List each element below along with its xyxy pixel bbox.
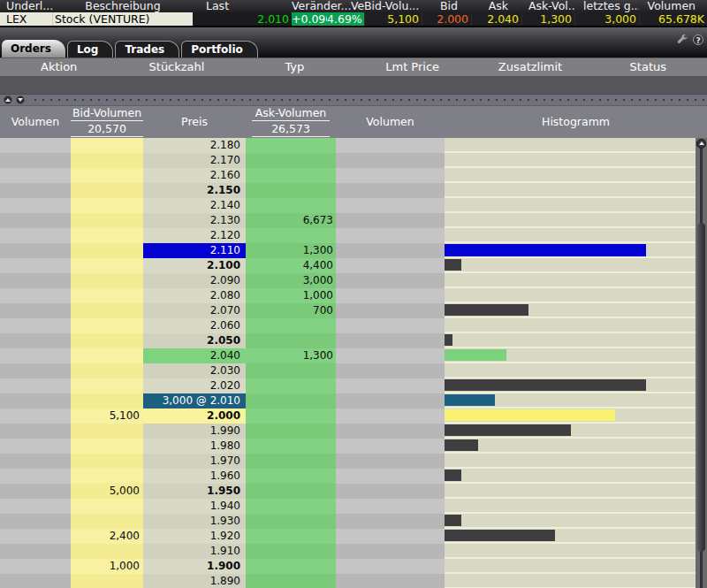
ladder-row[interactable]: 5,1002.000	[0, 409, 696, 424]
ask-volume-cell[interactable]: 3,000	[246, 273, 336, 288]
ask-volume-cell[interactable]	[246, 574, 336, 588]
ask-volume-cell[interactable]	[246, 138, 336, 153]
ask-volume-cell[interactable]: 700	[246, 303, 336, 318]
bid-volume-cell[interactable]	[71, 198, 143, 213]
ladder-row[interactable]: 2.0401,300	[0, 348, 696, 363]
price-cell[interactable]: 2.030	[143, 363, 246, 378]
price-cell[interactable]: 1.940	[143, 499, 246, 514]
bid-volume-cell[interactable]	[71, 514, 143, 529]
tab-trades[interactable]: Trades	[115, 41, 179, 57]
price-cell[interactable]: 2.080	[143, 288, 246, 303]
bid-volume-cell[interactable]	[71, 424, 143, 439]
ladder-row[interactable]: 1.930	[0, 514, 696, 529]
bid-volume-cell[interactable]	[71, 469, 143, 484]
bid-volume-cell[interactable]	[71, 228, 143, 243]
bid-volume-cell[interactable]	[71, 378, 143, 393]
ladder-row[interactable]: 1.980	[0, 439, 696, 454]
price-cell[interactable]: 2.170	[143, 153, 246, 168]
bid-volume-cell[interactable]	[71, 318, 143, 333]
bid-volume-cell[interactable]	[71, 363, 143, 378]
ladder-row[interactable]: 2.070700	[0, 303, 696, 318]
price-cell[interactable]: 1.920	[143, 529, 246, 544]
ladder-row[interactable]: 2.1004,400	[0, 258, 696, 273]
bid-volume-cell[interactable]	[71, 303, 143, 318]
ask-volume-column-header[interactable]: Ask-Volumen 26,573	[252, 106, 330, 138]
bid-volume-cell[interactable]	[71, 153, 143, 168]
ask-volume-cell[interactable]	[246, 484, 336, 499]
ladder-row[interactable]: 2.020	[0, 378, 696, 393]
vertical-scrollbar[interactable]	[696, 138, 707, 588]
ladder-row[interactable]: 1.990	[0, 424, 696, 439]
bid-volume-column-header[interactable]: Bid-Volumen 20,570	[71, 106, 143, 138]
ask-volume-cell[interactable]	[246, 228, 336, 243]
bid-volume-cell[interactable]: 2,400	[71, 529, 143, 544]
ladder-row[interactable]: 2.0903,000	[0, 273, 696, 288]
ladder-row[interactable]: 2.1306,673	[0, 213, 696, 228]
price-cell[interactable]: 2.050	[143, 333, 246, 348]
price-cell[interactable]: 1.970	[143, 454, 246, 469]
price-cell[interactable]: 2.150	[143, 183, 246, 198]
price-cell[interactable]: 2.040	[143, 348, 246, 363]
bid-volume-cell[interactable]	[71, 393, 143, 409]
price-cell[interactable]: 2.060	[143, 318, 246, 333]
splitter-collapse-up-button[interactable]	[4, 95, 12, 104]
ask-volume-cell[interactable]	[246, 378, 336, 393]
ladder-row[interactable]: 2.050	[0, 333, 696, 348]
ladder-row[interactable]: 2.0801,000	[0, 288, 696, 303]
scrollbar-up-button[interactable]	[696, 139, 706, 149]
ask-volume-cell[interactable]	[246, 393, 336, 409]
price-cell[interactable]: 2.020	[143, 378, 246, 393]
ask-volume-cell[interactable]	[246, 424, 336, 439]
bid-volume-cell[interactable]	[71, 499, 143, 514]
price-cell[interactable]: 2.140	[143, 198, 246, 213]
price-cell[interactable]: 1.910	[143, 544, 246, 559]
ask-volume-cell[interactable]	[246, 469, 336, 484]
price-cell[interactable]: 2.160	[143, 168, 246, 183]
price-cell[interactable]: 2.130	[143, 213, 246, 228]
splitter-collapse-down-button[interactable]	[16, 95, 25, 104]
ask-volume-cell[interactable]: 4,400	[246, 258, 336, 273]
ask-volume-cell[interactable]	[246, 409, 336, 424]
price-cell[interactable]: 1.900	[143, 559, 246, 574]
ladder-row[interactable]: 2.140	[0, 198, 696, 213]
last-trade-cell[interactable]: 3,000 @ 2.010	[143, 393, 246, 409]
bid-volume-cell[interactable]	[71, 288, 143, 303]
price-cell[interactable]: 2.100	[143, 258, 246, 273]
ladder-row[interactable]: 1.910	[0, 544, 696, 559]
ask-volume-cell[interactable]	[246, 529, 336, 544]
bid-volume-cell[interactable]	[71, 168, 143, 183]
ladder-row[interactable]: 2,4001.920	[0, 529, 696, 544]
ask-volume-cell[interactable]	[246, 439, 336, 454]
bid-volume-cell[interactable]	[71, 273, 143, 288]
ladder-row[interactable]: 2.150	[0, 183, 696, 198]
ladder-row[interactable]: 5,0001.950	[0, 484, 696, 499]
ask-volume-cell[interactable]	[246, 454, 336, 469]
tab-log[interactable]: Log	[67, 41, 113, 57]
bid-volume-cell[interactable]	[71, 243, 143, 258]
wrench-icon[interactable]	[677, 34, 688, 45]
price-cell[interactable]: 1.980	[143, 439, 246, 454]
ask-volume-cell[interactable]: 1,000	[246, 288, 336, 303]
ask-volume-cell[interactable]	[246, 559, 336, 574]
price-cell[interactable]: 1.950	[143, 484, 246, 499]
price-cell[interactable]: 2.110	[143, 243, 246, 258]
ask-volume-cell[interactable]	[246, 198, 336, 213]
bid-volume-cell[interactable]: 5,000	[71, 484, 143, 499]
ladder-row[interactable]: 1.960	[0, 469, 696, 484]
bid-volume-cell[interactable]: 1,000	[71, 559, 143, 574]
bid-volume-cell[interactable]	[71, 138, 143, 153]
splitter-bar[interactable]	[0, 94, 707, 105]
tab-orders[interactable]: Orders	[2, 40, 65, 57]
ladder-row[interactable]: 2.170	[0, 153, 696, 168]
bid-volume-cell[interactable]	[71, 183, 143, 198]
price-cell[interactable]: 2.070	[143, 303, 246, 318]
ask-volume-cell[interactable]	[246, 153, 336, 168]
bid-volume-cell[interactable]	[71, 574, 143, 588]
ladder-row[interactable]: 1.890	[0, 574, 696, 588]
bid-volume-cell[interactable]	[71, 258, 143, 273]
ask-volume-cell[interactable]: 1,300	[246, 348, 336, 363]
bid-volume-cell[interactable]: 5,100	[71, 409, 143, 424]
ladder-row[interactable]: 2.120	[0, 228, 696, 243]
price-cell[interactable]: 2.090	[143, 273, 246, 288]
ladder-row[interactable]: 2.180	[0, 138, 696, 153]
